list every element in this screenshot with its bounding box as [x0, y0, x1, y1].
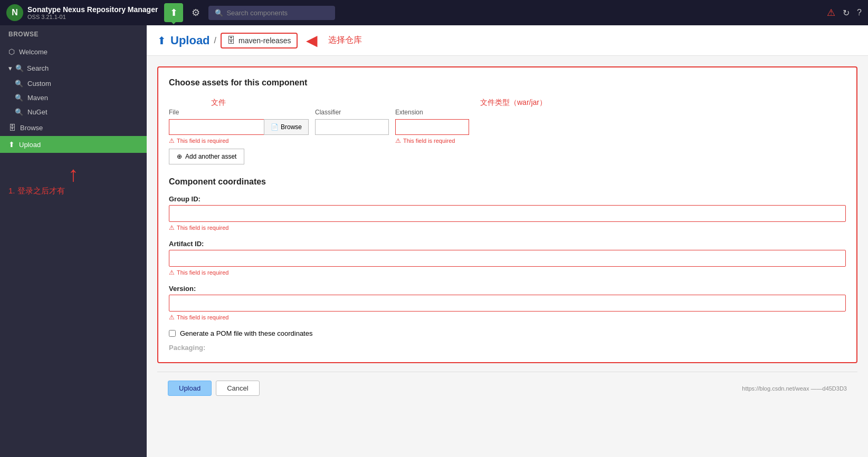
form-area: Choose assets for this component 文件 文件类型… [147, 56, 868, 415]
sidebar-item-upload[interactable]: ⬆ Upload [0, 136, 147, 153]
sidebar: Browse ⬡ Welcome ▾ 🔍 Search 🔍 Custom 🔍 M… [0, 25, 147, 457]
assets-row-container: 文件 文件类型（war/jar） File 📄 [169, 96, 846, 144]
browse-button[interactable]: 📄 Browse [264, 119, 309, 135]
page-header: ⬆ Upload / 🗄 maven-releases ◀ 选择仓库 [147, 25, 868, 56]
logo-text: Sonatype Nexus Repository Manager OSS 3.… [27, 5, 158, 21]
sidebar-item-nuget[interactable]: 🔍 NuGet [6, 105, 147, 119]
topbar-right: ⚠ ↻ ? [827, 7, 862, 18]
app-logo: N Sonatype Nexus Repository Manager OSS … [6, 4, 158, 21]
sidebar-annotation: ↑ 1. 登录之后才有 [0, 153, 147, 202]
url-annotation: https://blog.csdn.net/weax ——d45D3D3 [742, 385, 847, 392]
file-annotation: 文件 [211, 98, 226, 108]
refresh-icon[interactable]: ↻ [843, 8, 850, 18]
version-input[interactable] [169, 295, 846, 312]
version-error: ⚠ This field is required [169, 314, 846, 321]
gear-icon[interactable]: ⚙ [189, 5, 202, 21]
arrow-up-icon: ↑ [8, 163, 138, 184]
upload-icon: ⬆ [8, 140, 15, 149]
file-input[interactable] [169, 119, 264, 135]
sidebar-item-search[interactable]: ▾ 🔍 Search [0, 60, 147, 76]
error-icon-ext: ⚠ [395, 137, 401, 144]
browse-icon: 🗄 [8, 123, 16, 132]
pom-checkbox-label: Generate a POM file with these coordinat… [180, 329, 312, 337]
error-icon-group: ⚠ [169, 224, 175, 231]
plus-icon: ⊕ [177, 153, 182, 160]
repo-icon: 🗄 [227, 36, 235, 45]
error-icon-artifact: ⚠ [169, 269, 175, 276]
version-field: Version: ⚠ This field is required [169, 285, 846, 321]
extension-input[interactable] [395, 119, 469, 135]
upload-button[interactable]: Upload [168, 381, 212, 396]
group-id-error: ⚠ This field is required [169, 224, 846, 231]
add-asset-button[interactable]: ⊕ Add another asset [169, 149, 244, 164]
sidebar-item-maven[interactable]: 🔍 Maven [6, 91, 147, 105]
artifact-id-field: Artifact ID: ⚠ This field is required [169, 240, 846, 276]
file-error: ⚠ This field is required [169, 137, 309, 144]
search-icon: 🔍 [15, 80, 23, 87]
extension-annotation: 文件类型（war/jar） [480, 98, 547, 108]
upload-header-icon: ⬆ [157, 34, 166, 47]
coords-title: Component coordinates [169, 177, 846, 187]
welcome-icon: ⬡ [8, 47, 15, 56]
extension-error: ⚠ This field is required [395, 137, 469, 144]
pom-checkbox-row: Generate a POM file with these coordinat… [169, 329, 846, 337]
sidebar-item-custom[interactable]: 🔍 Custom [6, 76, 147, 91]
extension-group: Extension ⚠ This field is required [395, 109, 469, 144]
alert-icon[interactable]: ⚠ [827, 7, 835, 18]
file-icon: 📄 [271, 123, 279, 131]
form-card: Choose assets for this component 文件 文件类型… [157, 66, 857, 363]
main-layout: Browse ⬡ Welcome ▾ 🔍 Search 🔍 Custom 🔍 M… [0, 25, 868, 457]
assets-section-title: Choose assets for this component [169, 78, 846, 87]
content-area: ⬆ Upload / 🗄 maven-releases ◀ 选择仓库 Choos… [147, 25, 868, 457]
page-title: Upload [170, 34, 210, 47]
sidebar-item-browse[interactable]: 🗄 Browse [0, 119, 147, 136]
repo-name: maven-releases [239, 36, 291, 45]
artifact-id-label: Artifact ID: [169, 240, 846, 248]
file-input-row: 📄 Browse [169, 119, 309, 135]
version-label: Version: [169, 285, 846, 293]
chevron-down-icon: ▾ [8, 64, 12, 72]
warehouse-annotation: 选择仓库 [328, 35, 362, 46]
error-icon-version: ⚠ [169, 314, 175, 321]
file-group: File 📄 Browse ⚠ [169, 109, 309, 144]
breadcrumb-separator: / [214, 36, 216, 45]
bottom-bar: Upload Cancel https://blog.csdn.net/weax… [157, 372, 857, 404]
search-input[interactable] [226, 9, 329, 17]
search-icon: 🔍 [15, 108, 23, 116]
assets-row: File 📄 Browse ⚠ [169, 109, 846, 144]
topbar-upload-button[interactable]: ⬆ [164, 3, 183, 22]
classifier-label: Classifier [315, 109, 389, 116]
logo-icon: N [6, 4, 23, 21]
search-icon: 🔍 [15, 64, 24, 72]
error-icon: ⚠ [169, 137, 175, 144]
group-id-field: Group ID: ⚠ This field is required [169, 195, 846, 231]
topbar: N Sonatype Nexus Repository Manager OSS … [0, 0, 868, 25]
classifier-group: Classifier [315, 109, 389, 135]
extension-label: Extension [395, 109, 469, 116]
repo-badge[interactable]: 🗄 maven-releases [221, 33, 298, 48]
group-id-label: Group ID: [169, 195, 846, 203]
content-inner: ⬆ Upload / 🗄 maven-releases ◀ 选择仓库 Choos… [147, 25, 868, 415]
component-coords: Component coordinates Group ID: ⚠ This f… [169, 177, 846, 352]
artifact-id-error: ⚠ This field is required [169, 269, 846, 276]
search-icon: 🔍 [215, 9, 223, 17]
file-label: File [169, 109, 309, 116]
sidebar-search-children: 🔍 Custom 🔍 Maven 🔍 NuGet [0, 76, 147, 119]
cancel-button[interactable]: Cancel [216, 381, 259, 396]
packaging-label: Packaging: [169, 344, 846, 352]
classifier-input[interactable] [315, 119, 389, 135]
search-icon: 🔍 [15, 94, 23, 102]
artifact-id-input[interactable] [169, 250, 846, 267]
browse-section-title: Browse [0, 25, 147, 43]
pom-checkbox[interactable] [169, 330, 176, 337]
group-id-input[interactable] [169, 205, 846, 222]
annotation-text: 1. 登录之后才有 [8, 184, 138, 197]
search-box: 🔍 [208, 6, 335, 20]
arrow-select-warehouse: ◀ [306, 32, 318, 49]
help-icon[interactable]: ? [857, 8, 862, 17]
sidebar-item-welcome[interactable]: ⬡ Welcome [0, 43, 147, 60]
